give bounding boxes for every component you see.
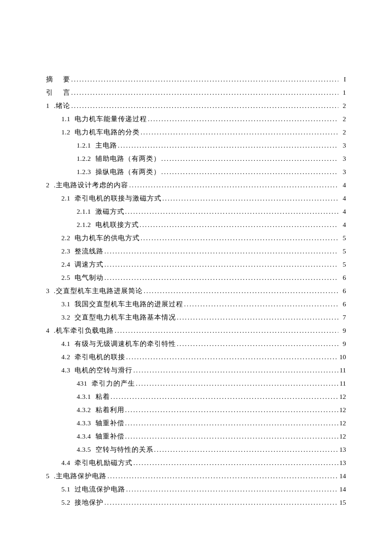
toc-entry-number: 2.4 xyxy=(61,258,75,271)
toc-entry-title: 接地保护 xyxy=(75,496,104,509)
toc-entry-page: 12 xyxy=(338,416,346,430)
toc-entry[interactable]: 2.1.2电机联接方式4 xyxy=(46,218,346,231)
toc-entry-title: .机车牵引负载电路 xyxy=(54,324,114,337)
toc-entry[interactable]: 5.2接地保护15 xyxy=(46,496,346,509)
toc-leader-dots xyxy=(133,456,338,469)
toc-entry-number: 4.1 xyxy=(61,337,75,350)
toc-entry[interactable]: 2.4调速方式5 xyxy=(46,258,346,271)
toc-entry-number: 4.3.3 xyxy=(77,416,95,430)
toc-entry-page: 9 xyxy=(338,324,346,337)
toc-entry[interactable]: 1.2电力机车电路的分类2 xyxy=(46,125,346,139)
toc-entry[interactable]: 2.5电气制动6 xyxy=(46,271,346,284)
toc-entry[interactable]: 4.3.4轴重补偿12 xyxy=(46,430,346,443)
toc-entry-page: 13 xyxy=(338,456,346,469)
toc-entry-title: 整流线路 xyxy=(75,244,104,258)
toc-leader-dots xyxy=(135,377,338,390)
toc-entry[interactable]: 摘要I xyxy=(46,73,346,86)
toc-entry-number: 2.1.2 xyxy=(77,218,95,231)
toc-entry-title: 粘着利用 xyxy=(95,403,124,416)
toc-entry-number: 5.1 xyxy=(61,482,75,496)
toc-leader-dots xyxy=(161,165,339,178)
toc-entry[interactable]: 1.1电力机车能量传递过程2 xyxy=(46,112,346,125)
toc-entry-page: 11 xyxy=(338,363,346,377)
toc-entry-number: 4.3.2 xyxy=(77,403,95,416)
toc-entry[interactable]: 1.2.2辅助电路（有两类）3 xyxy=(46,152,346,165)
toc-entry[interactable]: 3.2交直型电力机车主电路基本情况7 xyxy=(46,311,346,324)
toc-entry-number: 摘 xyxy=(46,73,63,86)
toc-entry-title: 主电路 xyxy=(95,139,117,152)
toc-entry-page: 2 xyxy=(338,112,346,125)
toc-entry-title: .交直型机车主电路进展简论 xyxy=(54,284,143,297)
toc-entry-title: .主电路保护电路 xyxy=(54,469,107,482)
toc-entry-title: 牵引力的产生 xyxy=(92,377,135,390)
toc-entry-title: 要 xyxy=(63,73,70,86)
toc-entry-number: 2.1.1 xyxy=(77,205,95,218)
toc-entry-title: 电机联接方式 xyxy=(95,218,139,231)
toc-entry-title: 操纵电路（有两类） xyxy=(95,165,161,178)
toc-leader-dots xyxy=(124,416,339,430)
toc-leader-dots xyxy=(110,390,339,403)
toc-entry[interactable]: 4.1有级与无级调速机车的牵引特性9 xyxy=(46,337,346,350)
toc-entry-page: 3 xyxy=(338,165,346,178)
toc-entry-number: 4 xyxy=(46,324,54,337)
toc-leader-dots xyxy=(147,112,338,125)
toc-entry[interactable]: 4.4牵引电机励磁方式13 xyxy=(46,456,346,469)
toc-entry[interactable]: 2.3整流线路5 xyxy=(46,244,346,258)
toc-entry-number: 4.3.4 xyxy=(77,430,95,443)
toc-entry-number: 4.2 xyxy=(61,350,75,363)
toc-entry[interactable]: 3.交直型机车主电路进展简论6 xyxy=(46,284,346,297)
toc-entry-title: 轴重补偿 xyxy=(95,430,124,443)
toc-entry[interactable]: 4.3.5空转与特性的关系13 xyxy=(46,443,346,456)
toc-entry[interactable]: 5.主电路保护电路14 xyxy=(46,469,346,482)
toc-entry-title: 电力机车能量传递过程 xyxy=(75,112,147,125)
toc-entry-title: 电气制动 xyxy=(75,271,104,284)
toc-leader-dots xyxy=(70,86,338,99)
toc-leader-dots xyxy=(114,324,338,337)
toc-leader-dots xyxy=(133,363,338,377)
toc-entry-title: 电力机车电路的分类 xyxy=(75,125,140,139)
toc-leader-dots xyxy=(161,152,339,165)
toc-leader-dots xyxy=(125,350,338,363)
toc-entry[interactable]: 1.2.1主电路3 xyxy=(46,139,346,152)
toc-entry[interactable]: 1.2.3操纵电路（有两类）3 xyxy=(46,165,346,178)
toc-entry[interactable]: 3.1我国交直型机车主电路的进展过程6 xyxy=(46,297,346,311)
toc-entry-page: 2 xyxy=(338,125,346,139)
toc-entry[interactable]: 引言1 xyxy=(46,86,346,99)
toc-entry[interactable]: 4.2牵引电机的联接10 xyxy=(46,350,346,363)
toc-entry-title: 言 xyxy=(63,86,70,99)
toc-entry[interactable]: 4.3.1粘着12 xyxy=(46,390,346,403)
toc-entry[interactable]: 2.1.1激磁方式4 xyxy=(46,205,346,218)
toc-entry-title: 轴重补偿 xyxy=(95,416,124,430)
toc-entry[interactable]: 4.机车牵引负载电路9 xyxy=(46,324,346,337)
toc-entry[interactable]: 431牵引力的产生11 xyxy=(46,377,346,390)
toc-entry[interactable]: 4.3.2粘着利用12 xyxy=(46,403,346,416)
toc-entry[interactable]: 2.1牵引电机的联接与激磁方式4 xyxy=(46,192,346,205)
toc-entry[interactable]: 4.3电机的空转与滑行11 xyxy=(46,363,346,377)
toc-entry[interactable]: 2.主电路设计考虑的内容4 xyxy=(46,178,346,192)
toc-leader-dots xyxy=(117,139,339,152)
toc-entry-title: 有级与无级调速机车的牵引特性 xyxy=(75,337,176,350)
toc-entry-number: 2.2 xyxy=(61,231,75,244)
toc-leader-dots xyxy=(104,244,338,258)
toc-entry-number: 1.2.3 xyxy=(77,165,95,178)
toc-entry-number: 2 xyxy=(46,178,54,192)
toc-entry[interactable]: 5.1过电流保护电路14 xyxy=(46,482,346,496)
toc-entry-page: 3 xyxy=(338,139,346,152)
toc-entry-title: 空转与特性的关系 xyxy=(95,443,153,456)
toc-entry-number: 1.2 xyxy=(61,125,75,139)
toc-entry-page: 9 xyxy=(338,337,346,350)
toc-entry-page: 14 xyxy=(338,482,346,496)
toc-entry[interactable]: 1.绪论2 xyxy=(46,99,346,112)
toc-entry-number: 4.3.1 xyxy=(77,390,95,403)
toc-entry-number: 1.2.1 xyxy=(77,139,95,152)
toc-entry-title: 过电流保护电路 xyxy=(75,482,125,496)
toc-entry-page: 14 xyxy=(338,469,346,482)
toc-leader-dots xyxy=(124,205,339,218)
toc-entry-page: 6 xyxy=(338,297,346,311)
toc-leader-dots xyxy=(140,231,338,244)
toc-leader-dots xyxy=(143,284,338,297)
toc-entry[interactable]: 4.3.3轴重补偿12 xyxy=(46,416,346,430)
toc-entry-title: 我国交直型机车主电路的进展过程 xyxy=(75,297,183,311)
toc-leader-dots xyxy=(183,297,338,311)
toc-entry[interactable]: 2.2电力机车的供电方式5 xyxy=(46,231,346,244)
